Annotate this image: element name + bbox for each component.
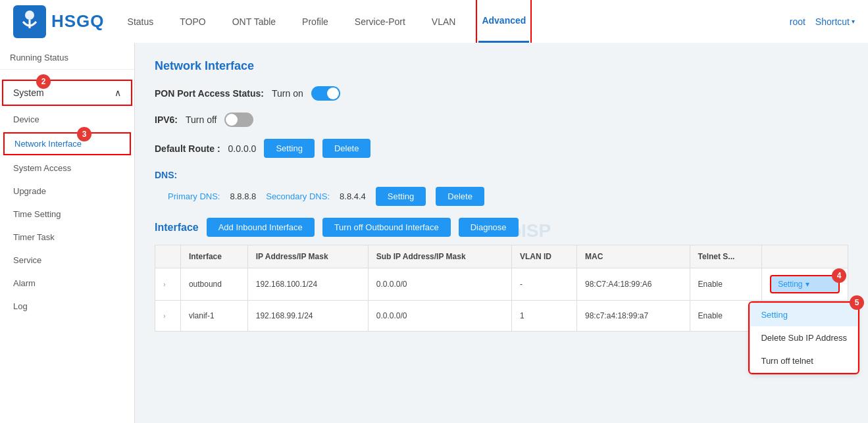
- badge-system: 2: [36, 74, 51, 89]
- ip-mask-0: 192.168.100.1/24: [247, 268, 368, 301]
- col-ip-mask: IP Address/IP Mask: [247, 245, 368, 268]
- sidebar-item-time-setting[interactable]: Time Setting: [0, 203, 134, 226]
- device-label: Device: [13, 114, 39, 124]
- nav-service-port[interactable]: Service-Port: [351, 0, 409, 43]
- sidebar-item-system-access[interactable]: System Access: [0, 157, 134, 180]
- dns-title: DNS:: [155, 170, 848, 180]
- col-telnet: Telnet S...: [690, 245, 762, 268]
- setting-label-0: Setting: [778, 280, 802, 289]
- sub-ip-0: 0.0.0.0/0: [368, 268, 511, 301]
- shortcut-label: Shortcut: [815, 16, 850, 27]
- ip-mask-1: 192.168.99.1/24: [247, 301, 368, 332]
- ipv6-label: IPV6:: [155, 114, 178, 125]
- col-interface: Interface: [180, 245, 247, 268]
- main-nav: Status TOPO ONT Table Profile Service-Po…: [124, 0, 790, 43]
- mac-0: 98:C7:A4:18:99:A6: [577, 268, 690, 301]
- default-route-value: 0.0.0.0: [228, 143, 257, 154]
- timer-task-label: Timer Task: [13, 232, 55, 242]
- col-mac: MAC: [577, 245, 690, 268]
- time-setting-label: Time Setting: [13, 209, 61, 219]
- default-route-setting-button[interactable]: Setting: [264, 139, 314, 158]
- primary-dns-label: Primary DNS:: [168, 191, 220, 201]
- dns-delete-button[interactable]: Delete: [436, 187, 484, 206]
- nav-topo[interactable]: TOPO: [176, 0, 209, 43]
- sidebar-item-upgrade[interactable]: Upgrade: [0, 180, 134, 203]
- network-interface-label: Network Interface: [14, 139, 82, 149]
- system-access-label: System Access: [13, 163, 71, 173]
- default-route-delete-button[interactable]: Delete: [322, 139, 371, 158]
- sidebar-item-device[interactable]: Device: [0, 108, 134, 131]
- col-sub-ip: Sub IP Address/IP Mask: [368, 245, 511, 268]
- expand-arrow-0[interactable]: ›: [163, 280, 166, 288]
- table-row: › outbound 192.168.100.1/24 0.0.0.0/0 - …: [155, 268, 848, 301]
- sidebar-item-alarm[interactable]: Alarm: [0, 272, 134, 295]
- diagnose-button[interactable]: Diagnose: [459, 218, 519, 237]
- telnet-0: Enable: [690, 268, 762, 301]
- interface-vlanif: vlanif-1: [180, 301, 247, 332]
- interface-table: Interface IP Address/IP Mask Sub IP Addr…: [155, 245, 848, 332]
- dropdown-item-setting[interactable]: Setting: [750, 303, 857, 326]
- alarm-label: Alarm: [13, 278, 36, 288]
- header: HSGQ Status TOPO ONT Table Profile Servi…: [0, 0, 868, 43]
- col-action: [762, 245, 848, 268]
- vlan-1: 1: [511, 301, 576, 332]
- chevron-up-icon: ∧: [115, 87, 121, 98]
- sidebar-item-log[interactable]: Log: [0, 295, 134, 318]
- interface-section: Interface Add Inbound Interface Turn off…: [155, 218, 848, 332]
- dns-setting-button[interactable]: Setting: [376, 187, 426, 206]
- primary-dns-value: 8.8.8.8: [230, 191, 256, 201]
- nav-right: root Shortcut ▾: [790, 16, 855, 27]
- running-status-label: Running Status: [0, 43, 134, 69]
- pon-port-value: Turn on: [272, 88, 303, 99]
- nav-advanced[interactable]: Advanced: [478, 0, 529, 43]
- svg-point-0: [25, 11, 34, 20]
- interface-outbound: outbound: [180, 268, 247, 301]
- expand-arrow-1[interactable]: ›: [163, 312, 166, 320]
- default-route-label: Default Route :: [155, 143, 220, 154]
- log-label: Log: [13, 301, 28, 311]
- turn-off-outbound-button[interactable]: Turn off Outbound Interface: [322, 218, 451, 237]
- dns-section: DNS: Primary DNS: 8.8.8.8 Secondary DNS:…: [155, 170, 848, 206]
- secondary-dns-label: Secondary DNS:: [266, 191, 330, 201]
- main-content: ForoISP Network Interface PON Port Acces…: [135, 43, 868, 423]
- interface-header: Interface Add Inbound Interface Turn off…: [155, 218, 848, 237]
- setting-dropdown-menu: 5 Setting Delete Sub IP Address Turn off…: [750, 303, 858, 373]
- system-section: System ∧ 2 Device Network Interface 3 Sy…: [0, 80, 134, 318]
- shortcut-button[interactable]: Shortcut ▾: [815, 16, 855, 27]
- sidebar-item-timer-task[interactable]: Timer Task: [0, 226, 134, 249]
- col-vlan: VLAN ID: [511, 245, 576, 268]
- nav-vlan[interactable]: VLAN: [428, 0, 459, 43]
- nav-profile[interactable]: Profile: [299, 0, 332, 43]
- dns-row: Primary DNS: 8.8.8.8 Secondary DNS: 8.8.…: [168, 187, 848, 206]
- pon-port-row: PON Port Access Status: Turn on: [155, 86, 848, 101]
- vlan-0: -: [511, 268, 576, 301]
- dropdown-item-delete-sub-ip[interactable]: Delete Sub IP Address: [750, 326, 857, 349]
- sub-ip-1: 0.0.0.0/0: [368, 301, 511, 332]
- logo: HSGQ: [13, 5, 105, 38]
- layout: Running Status System ∧ 2 Device Network…: [0, 43, 868, 423]
- col-expand: [155, 245, 181, 268]
- sidebar-item-network-interface[interactable]: Network Interface 3: [3, 132, 131, 155]
- pon-port-toggle[interactable]: [311, 86, 340, 101]
- logo-icon: [13, 5, 46, 38]
- badge-setting-row: 4: [832, 268, 846, 283]
- system-section-title[interactable]: System ∧ 2: [2, 80, 132, 106]
- default-route-row: Default Route : 0.0.0.0 Setting Delete: [155, 139, 848, 158]
- nav-ont-table[interactable]: ONT Table: [229, 0, 279, 43]
- pon-port-label: PON Port Access Status:: [155, 88, 264, 99]
- ipv6-toggle[interactable]: [224, 112, 253, 127]
- nav-status[interactable]: Status: [124, 0, 157, 43]
- badge-network-interface: 3: [77, 127, 91, 141]
- interface-title: Interface: [155, 222, 199, 234]
- logo-text: HSGQ: [51, 11, 105, 32]
- service-label: Service: [13, 255, 41, 265]
- add-inbound-button[interactable]: Add Inbound Interface: [207, 218, 315, 237]
- badge-dropdown: 5: [850, 295, 864, 310]
- secondary-dns-value: 8.8.4.4: [340, 191, 366, 201]
- sidebar-item-service[interactable]: Service: [0, 249, 134, 272]
- ipv6-row: IPV6: Turn off: [155, 112, 848, 127]
- setting-dropdown-button-0[interactable]: Setting ▾ 4: [770, 275, 840, 293]
- system-label: System: [13, 87, 44, 98]
- dropdown-item-turn-off-telnet[interactable]: Turn off telnet: [750, 349, 857, 372]
- table-header-row: Interface IP Address/IP Mask Sub IP Addr…: [155, 245, 848, 268]
